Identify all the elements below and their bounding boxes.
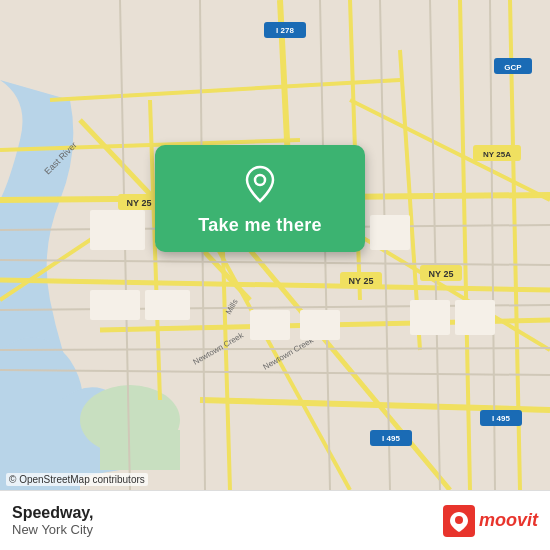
svg-text:NY 25: NY 25 <box>127 198 152 208</box>
svg-rect-63 <box>250 310 290 340</box>
place-name: Speedway, <box>12 504 94 522</box>
svg-rect-2 <box>100 430 180 470</box>
svg-rect-64 <box>300 310 340 340</box>
svg-point-67 <box>455 516 463 524</box>
svg-rect-62 <box>145 290 190 320</box>
take-me-there-card[interactable]: Take me there <box>155 145 365 252</box>
svg-text:I 495: I 495 <box>492 414 510 423</box>
place-city: New York City <box>12 522 94 537</box>
moovit-logo: moovit <box>443 505 538 537</box>
osm-copyright: © OpenStreetMap contributors <box>6 473 148 486</box>
svg-text:I 495: I 495 <box>382 434 400 443</box>
moovit-logo-icon <box>443 505 475 537</box>
svg-rect-60 <box>455 300 495 335</box>
svg-text:I 278: I 278 <box>276 26 294 35</box>
svg-text:NY 25A: NY 25A <box>483 150 511 159</box>
bottom-bar: Speedway, New York City moovit <box>0 490 550 550</box>
location-pin-icon <box>239 163 281 205</box>
map-area: NY 25 NY 25 NY 25 25A I 278 I 495 I 495 … <box>0 0 550 490</box>
moovit-brand-text: moovit <box>479 510 538 531</box>
svg-rect-61 <box>90 290 140 320</box>
svg-rect-58 <box>370 215 410 250</box>
place-info: Speedway, New York City <box>12 504 94 537</box>
svg-rect-55 <box>90 210 145 250</box>
svg-text:NY 25: NY 25 <box>349 276 374 286</box>
svg-rect-59 <box>410 300 450 335</box>
take-me-there-label: Take me there <box>198 215 322 236</box>
svg-point-65 <box>255 175 265 185</box>
svg-text:NY 25: NY 25 <box>429 269 454 279</box>
svg-text:GCP: GCP <box>504 63 522 72</box>
